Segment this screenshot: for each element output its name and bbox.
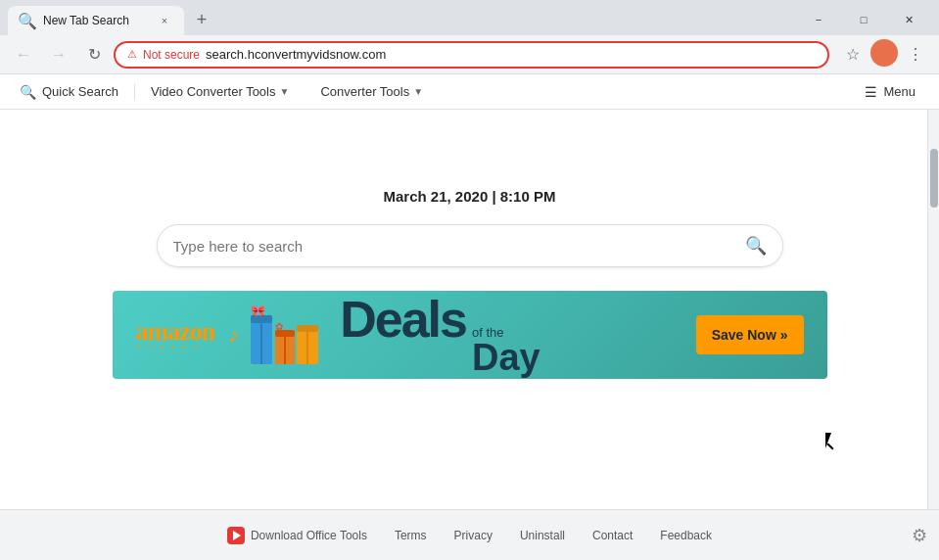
- amazon-logo-area: amazon ~ ~ ~ ~ ~ ~: [136, 317, 215, 352]
- address-bar: ← → ↻ ⚠ Not secure search.hconvertmyvids…: [0, 35, 939, 74]
- footer: Download Office Tools Terms Privacy Unin…: [0, 509, 939, 560]
- tab-title: New Tab Search: [43, 14, 149, 27]
- play-triangle-icon: [233, 531, 241, 540]
- search-submit-icon[interactable]: 🔍: [745, 235, 767, 257]
- new-tab-button[interactable]: +: [188, 6, 215, 33]
- nav-bar: 🔍 Quick Search Video Converter Tools ▼ C…: [0, 74, 939, 110]
- deals-headline: Deals of the Day: [340, 294, 540, 376]
- bookmark-button[interactable]: ☆: [837, 39, 869, 70]
- page-area: March 21, 2020 | 8:10 PM 🔍 amazon ~ ~ ~ …: [0, 110, 939, 509]
- datetime-display: March 21, 2020 | 8:10 PM: [384, 188, 556, 205]
- window-controls: − □ ✕: [796, 6, 931, 33]
- search-box[interactable]: 🔍: [157, 224, 783, 267]
- back-button[interactable]: ←: [8, 39, 39, 70]
- settings-gear-button[interactable]: ⚙: [912, 525, 927, 546]
- page-content: March 21, 2020 | 8:10 PM 🔍 amazon ~ ~ ~ …: [0, 110, 939, 509]
- toolbar-icons: ☆ ⋮: [837, 39, 931, 70]
- time-text: 8:10 PM: [500, 188, 556, 205]
- day-text: Day: [472, 339, 540, 376]
- scrollbar[interactable]: [927, 110, 939, 509]
- converter-tools-label: Converter Tools: [320, 84, 409, 99]
- video-converter-arrow: ▼: [279, 86, 289, 97]
- download-icon: [227, 527, 245, 544]
- scroll-thumb[interactable]: [930, 149, 938, 208]
- converter-tools-arrow: ▼: [413, 86, 423, 97]
- video-converter-dropdown[interactable]: Video Converter Tools ▼: [135, 84, 305, 99]
- video-converter-label: Video Converter Tools: [151, 84, 275, 99]
- save-now-button[interactable]: Save Now »: [696, 315, 804, 354]
- date-text: March 21, 2020 |: [384, 188, 500, 205]
- close-button[interactable]: ✕: [886, 6, 931, 33]
- address-input[interactable]: ⚠ Not secure search.hconvertmyvidsnow.co…: [114, 41, 829, 69]
- feedback-link[interactable]: Feedback: [660, 529, 712, 542]
- quick-search-label: Quick Search: [42, 84, 118, 99]
- gift-boxes-svg: 🎀 ✿: [246, 296, 324, 374]
- forward-button[interactable]: →: [43, 39, 74, 70]
- download-label: Download Office Tools: [251, 529, 367, 542]
- security-icon: ⚠: [127, 48, 137, 61]
- maximize-button[interactable]: □: [841, 6, 886, 33]
- save-now-label: Save Now »: [712, 327, 788, 343]
- svg-text:🎀: 🎀: [251, 303, 265, 318]
- deals-text: Deals: [340, 294, 466, 345]
- download-office-tools-link[interactable]: Download Office Tools: [227, 527, 367, 544]
- url-text: search.hconvertmyvidsnow.com: [206, 47, 816, 62]
- tab-close-button[interactable]: ×: [157, 13, 172, 28]
- active-tab[interactable]: 🔍 New Tab Search ×: [8, 6, 184, 35]
- refresh-button[interactable]: ↻: [78, 39, 110, 70]
- amazon-ad-banner[interactable]: amazon ~ ~ ~ ~ ~ ~ ♪: [113, 291, 827, 379]
- svg-text:✿: ✿: [275, 321, 283, 332]
- search-icon: 🔍: [20, 84, 36, 100]
- privacy-link[interactable]: Privacy: [454, 529, 493, 542]
- contact-link[interactable]: Contact: [592, 529, 633, 542]
- menu-label: Menu: [883, 84, 916, 99]
- tab-favicon: 🔍: [20, 13, 35, 28]
- more-button[interactable]: ⋮: [900, 39, 931, 70]
- browser-frame: 🔍 New Tab Search × + − □ ✕ ← → ↻ ⚠ Not s…: [0, 0, 939, 560]
- converter-tools-dropdown[interactable]: Converter Tools ▼: [305, 84, 439, 99]
- not-secure-label: Not secure: [143, 48, 200, 62]
- of-day-group: of the Day: [472, 326, 540, 376]
- amazon-tagline: ~ ~ ~ ~ ~ ~: [136, 343, 201, 352]
- music-note-icon: ♪: [228, 324, 238, 347]
- profile-icon[interactable]: [870, 39, 898, 67]
- minimize-button[interactable]: −: [796, 6, 841, 33]
- hamburger-icon: ☰: [865, 84, 877, 100]
- tab-bar: 🔍 New Tab Search × + − □ ✕: [0, 0, 939, 35]
- quick-search-nav[interactable]: 🔍 Quick Search: [12, 84, 135, 100]
- menu-button[interactable]: ☰ Menu: [853, 84, 927, 100]
- uninstall-link[interactable]: Uninstall: [520, 529, 565, 542]
- terms-link[interactable]: Terms: [395, 529, 427, 542]
- search-input[interactable]: [173, 238, 735, 255]
